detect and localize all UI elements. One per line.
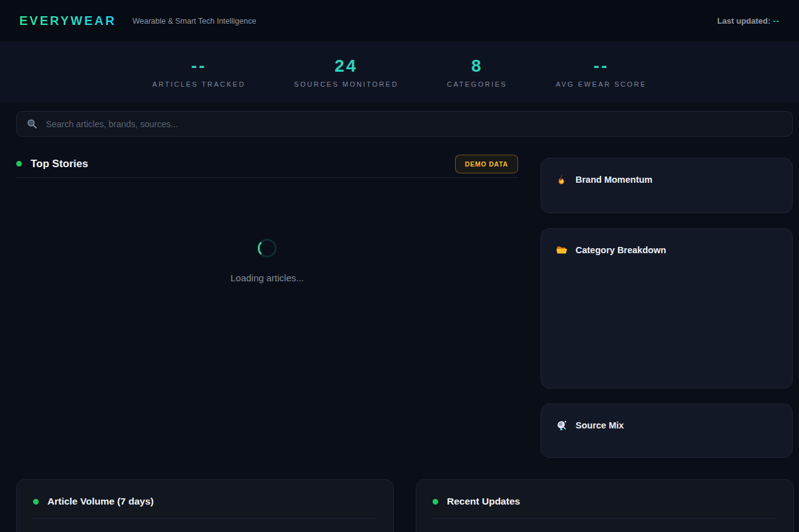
green-dot-icon (33, 499, 39, 505)
app-tagline: Wearable & Smart Tech Intelligence (132, 17, 256, 26)
demo-data-badge: DEMO DATA (455, 155, 518, 173)
stat-label: CATEGORIES (447, 80, 507, 88)
main-content: Top Stories DEMO DATA Loading articles..… (16, 157, 799, 458)
recent-updates-card: Recent Updates (416, 479, 794, 532)
bottom-section: Article Volume (7 days) Recent Updates (16, 479, 799, 532)
stat-value: 8 (447, 57, 507, 76)
app-logo: EVERYWEAR (19, 14, 116, 28)
source-mix-card: Source Mix (541, 404, 793, 458)
app-header: EVERYWEAR Wearable & Smart Tech Intellig… (0, 0, 799, 42)
last-updated-label: Last updated: (717, 16, 770, 26)
stat-articles-tracked: -- ARTICLES TRACKED (152, 57, 245, 88)
stat-sources-monitored: 24 SOURCES MONITORED (294, 57, 398, 88)
stats-band: -- ARTICLES TRACKED 24 SOURCES MONITORED… (0, 42, 799, 102)
divider (33, 518, 377, 519)
article-volume-title: Article Volume (7 days) (47, 496, 154, 507)
loading-spinner-icon (258, 239, 277, 258)
stat-avg-ewear-score: -- AVG EWEAR SCORE (556, 57, 646, 88)
green-dot-icon (433, 499, 438, 505)
category-breakdown-card: Category Breakdown (541, 228, 793, 389)
folder-icon (556, 244, 567, 256)
search-icon (27, 118, 37, 129)
recent-updates-title: Recent Updates (447, 496, 520, 507)
card-title: Source Mix (576, 420, 624, 430)
top-stories-title: Top Stories (31, 158, 88, 170)
fire-icon (556, 174, 567, 185)
stat-label: AVG EWEAR SCORE (556, 80, 646, 88)
last-updated-value: -- (773, 16, 780, 26)
sidebar-widgets: Brand Momentum Category Breakdown (541, 158, 793, 458)
stat-categories: 8 CATEGORIES (447, 57, 507, 88)
brand-momentum-card: Brand Momentum (541, 158, 793, 213)
card-title: Brand Momentum (576, 175, 652, 185)
divider (433, 518, 777, 519)
stat-value: -- (556, 57, 646, 76)
loading-text: Loading articles... (230, 273, 304, 283)
stat-value: -- (152, 57, 245, 76)
top-stories-header: Top Stories DEMO DATA (16, 157, 518, 178)
last-updated: Last updated:-- (717, 16, 780, 26)
loading-state: Loading articles... (16, 239, 518, 283)
top-stories-section: Top Stories DEMO DATA Loading articles..… (16, 157, 518, 458)
search-bar[interactable] (16, 111, 793, 137)
satellite-icon (556, 420, 567, 431)
card-title: Category Breakdown (576, 245, 666, 255)
stat-value: 24 (294, 57, 398, 76)
search-input[interactable] (46, 119, 782, 129)
stat-label: SOURCES MONITORED (294, 80, 398, 88)
article-volume-card: Article Volume (7 days) (16, 479, 394, 532)
green-dot-icon (16, 161, 22, 167)
stat-label: ARTICLES TRACKED (152, 80, 245, 88)
